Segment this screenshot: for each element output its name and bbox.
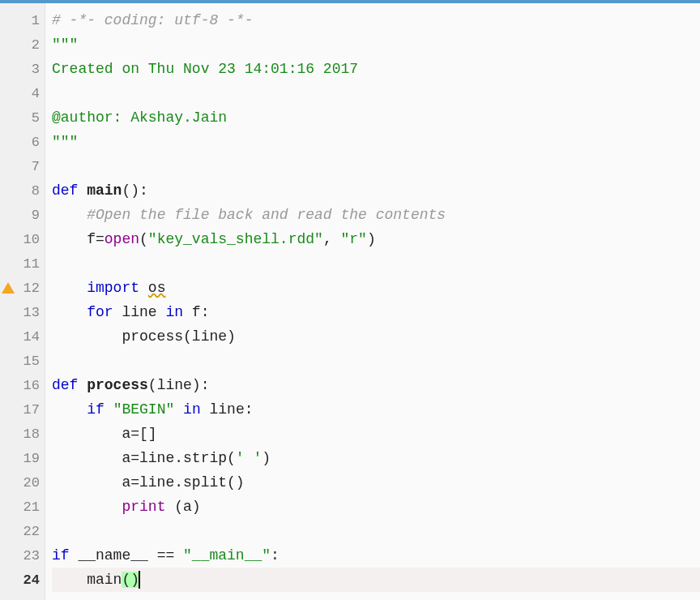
line-number-label: 8 bbox=[32, 183, 40, 199]
line-number[interactable]: 16 bbox=[0, 373, 45, 397]
line-number[interactable]: 24 bbox=[0, 568, 45, 592]
line-number[interactable]: 1 bbox=[0, 8, 45, 32]
code-line[interactable]: def process(line): bbox=[52, 373, 700, 397]
code-editor-area[interactable]: # -*- coding: utf-8 -*-"""Created on Thu… bbox=[45, 3, 700, 600]
line-number-label: 18 bbox=[23, 426, 40, 442]
code-line[interactable]: # -*- coding: utf-8 -*- bbox=[52, 8, 700, 32]
line-number[interactable]: 8 bbox=[0, 178, 45, 203]
code-line[interactable] bbox=[52, 519, 700, 543]
code-line[interactable]: print (a) bbox=[52, 495, 700, 519]
code-token bbox=[52, 207, 87, 223]
code-token: : bbox=[271, 547, 280, 564]
line-number[interactable]: 2 bbox=[0, 32, 45, 57]
line-number-label: 12 bbox=[23, 281, 40, 296]
line-number[interactable]: 22 bbox=[0, 519, 45, 543]
line-number[interactable]: 3 bbox=[0, 57, 45, 81]
code-token: os bbox=[148, 280, 166, 296]
line-number[interactable]: 4 bbox=[0, 81, 45, 105]
code-line[interactable]: """ bbox=[52, 130, 700, 154]
code-token: in bbox=[183, 401, 201, 418]
line-number[interactable]: 6 bbox=[0, 130, 45, 154]
code-token: if bbox=[87, 401, 105, 418]
line-number[interactable]: 5 bbox=[0, 105, 45, 130]
line-number[interactable]: 14 bbox=[0, 324, 45, 349]
code-token bbox=[52, 280, 87, 296]
code-token: ( bbox=[139, 231, 148, 247]
line-number[interactable]: 13 bbox=[0, 300, 45, 324]
code-line[interactable]: def main(): bbox=[52, 178, 700, 203]
code-token: "BEGIN" bbox=[113, 401, 175, 418]
line-number-label: 9 bbox=[32, 208, 40, 223]
code-line[interactable]: if __name__ == "__main__": bbox=[52, 543, 700, 568]
code-token: f: bbox=[183, 304, 209, 320]
code-token: if bbox=[52, 547, 70, 564]
code-line[interactable] bbox=[52, 154, 700, 178]
code-token: Created on Thu Nov 23 14:01:16 2017 bbox=[52, 61, 358, 77]
line-number[interactable]: 9 bbox=[0, 203, 45, 227]
text-cursor bbox=[139, 571, 140, 589]
code-token: """ bbox=[52, 134, 78, 150]
warning-icon[interactable] bbox=[2, 282, 15, 294]
line-number[interactable]: 10 bbox=[0, 227, 45, 251]
line-number[interactable]: 23 bbox=[0, 543, 45, 568]
line-number[interactable]: 7 bbox=[0, 154, 45, 178]
code-line[interactable] bbox=[52, 81, 700, 105]
line-number-gutter[interactable]: 123456789101112131415161718192021222324 bbox=[0, 3, 45, 600]
line-number[interactable]: 11 bbox=[0, 251, 45, 276]
code-token: "key_vals_shell.rdd" bbox=[148, 231, 323, 247]
code-line[interactable] bbox=[52, 349, 700, 373]
code-token bbox=[174, 401, 183, 418]
code-line[interactable]: for line in f: bbox=[52, 300, 700, 324]
code-line[interactable]: a=line.strip(' ') bbox=[52, 446, 700, 470]
code-line[interactable]: import os bbox=[52, 276, 700, 300]
code-token bbox=[139, 280, 148, 296]
code-token: ' ' bbox=[236, 450, 262, 466]
line-number-label: 16 bbox=[23, 378, 40, 393]
code-line[interactable]: a=line.split() bbox=[52, 470, 700, 495]
line-number-label: 19 bbox=[23, 451, 40, 466]
code-line[interactable] bbox=[52, 251, 700, 276]
code-line[interactable]: f=open("key_vals_shell.rdd", "r") bbox=[52, 227, 700, 251]
editor-container: 123456789101112131415161718192021222324 … bbox=[0, 3, 700, 600]
code-line[interactable]: """ bbox=[52, 32, 700, 57]
line-number-label: 17 bbox=[23, 402, 40, 418]
code-token bbox=[78, 182, 87, 199]
code-token: a=line.strip( bbox=[52, 450, 236, 466]
line-number-label: 6 bbox=[32, 135, 40, 150]
line-number-label: 24 bbox=[23, 572, 40, 588]
code-token: #Open the file back and read the content… bbox=[87, 207, 446, 223]
code-token: main bbox=[52, 572, 122, 588]
code-token: f= bbox=[52, 231, 105, 247]
code-line[interactable]: Created on Thu Nov 23 14:01:16 2017 bbox=[52, 57, 700, 81]
code-token: process(line) bbox=[52, 328, 236, 345]
line-number-label: 2 bbox=[32, 37, 40, 53]
line-number[interactable]: 18 bbox=[0, 422, 45, 446]
code-token: ) bbox=[262, 450, 271, 466]
code-token: def bbox=[52, 377, 78, 393]
code-line[interactable]: #Open the file back and read the content… bbox=[52, 203, 700, 227]
line-number-label: 22 bbox=[23, 524, 40, 539]
code-line[interactable]: if "BEGIN" in line: bbox=[52, 397, 700, 422]
line-number[interactable]: 19 bbox=[0, 446, 45, 470]
line-number-label: 13 bbox=[23, 305, 40, 320]
line-number-label: 10 bbox=[23, 232, 40, 247]
code-token: """ bbox=[52, 36, 78, 53]
code-token: "__main__" bbox=[183, 547, 271, 564]
code-token: process bbox=[87, 377, 148, 393]
line-number[interactable]: 17 bbox=[0, 397, 45, 422]
code-token bbox=[52, 499, 122, 515]
code-line[interactable]: main() bbox=[52, 568, 700, 592]
code-token bbox=[78, 377, 87, 393]
line-number[interactable]: 15 bbox=[0, 349, 45, 373]
code-line[interactable]: a=[] bbox=[52, 422, 700, 446]
line-number-label: 11 bbox=[23, 256, 40, 272]
line-number-label: 1 bbox=[32, 13, 40, 28]
line-number[interactable]: 21 bbox=[0, 495, 45, 519]
line-number-label: 14 bbox=[23, 329, 40, 345]
code-token: ) bbox=[367, 231, 376, 247]
code-line[interactable]: @author: Akshay.Jain bbox=[52, 105, 700, 130]
line-number[interactable]: 20 bbox=[0, 470, 45, 495]
line-number[interactable]: 12 bbox=[0, 276, 45, 300]
code-token: def bbox=[52, 182, 78, 199]
code-line[interactable]: process(line) bbox=[52, 324, 700, 349]
